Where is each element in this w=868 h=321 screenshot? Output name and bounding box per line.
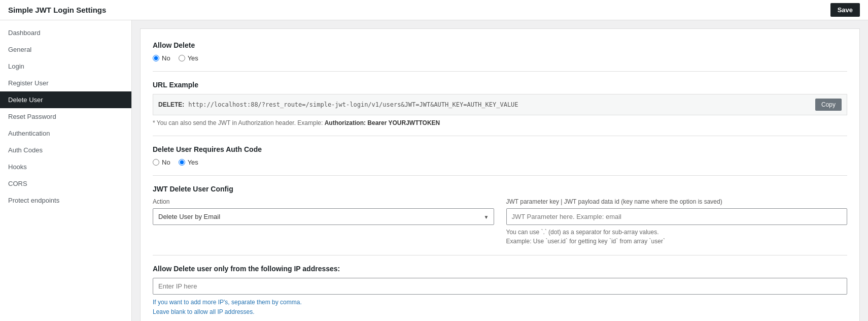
content-card: Allow Delete No Yes URL Example bbox=[140, 28, 860, 321]
requires-auth-yes-radio[interactable] bbox=[179, 159, 185, 166]
url-note-prefix: * You can also send the JWT in Authoriza… bbox=[153, 119, 323, 126]
copy-button[interactable]: Copy bbox=[815, 99, 842, 111]
action-field: Action Delete User by Email Delete User … bbox=[153, 198, 494, 225]
sidebar-item-delete-user[interactable]: Delete User bbox=[0, 91, 131, 108]
jwt-config-section: JWT Delete User Config Action Delete Use… bbox=[153, 185, 847, 246]
param-hint-line2: Example: Use `user.id` for getting key `… bbox=[506, 238, 665, 245]
url-example-title: URL Example bbox=[153, 81, 847, 89]
allow-delete-title: Allow Delete bbox=[153, 41, 847, 49]
allow-delete-no-text: No bbox=[162, 54, 170, 62]
sidebar-item-general[interactable]: General bbox=[0, 41, 131, 58]
divider-4 bbox=[153, 255, 847, 255]
sidebar-item-login[interactable]: Login bbox=[0, 58, 131, 75]
divider-1 bbox=[153, 71, 847, 72]
ip-hint-line1: If you want to add more IP's, separate t… bbox=[153, 299, 302, 306]
allow-delete-yes-radio[interactable] bbox=[179, 55, 185, 61]
ip-hint-line2: Leave blank to allow all IP addresses. bbox=[153, 308, 255, 315]
sidebar-item-reset-password[interactable]: Reset Password bbox=[0, 108, 131, 125]
allow-delete-section: Allow Delete No Yes bbox=[153, 41, 847, 62]
sidebar-item-dashboard[interactable]: Dashboard bbox=[0, 24, 131, 41]
ip-input[interactable] bbox=[153, 278, 847, 295]
param-hint: You can use `.` (dot) as a separator for… bbox=[506, 228, 848, 246]
url-box: DELETE: http://localhost:88/?rest_route=… bbox=[153, 94, 847, 115]
requires-auth-no-radio[interactable] bbox=[153, 159, 159, 166]
requires-auth-section: Delete User Requires Auth Code No Yes bbox=[153, 145, 847, 166]
allow-delete-no-radio[interactable] bbox=[153, 55, 159, 61]
ip-hint: If you want to add more IP's, separate t… bbox=[153, 298, 847, 317]
requires-auth-radio-group: No Yes bbox=[153, 158, 847, 166]
url-text: http://localhost:88/?rest_route=/simple-… bbox=[188, 101, 811, 108]
action-label: Action bbox=[153, 198, 494, 205]
app-header: Simple JWT Login Settings Save bbox=[0, 0, 868, 20]
url-method: DELETE: bbox=[158, 101, 184, 108]
url-note-code: Authorization: Bearer YOURJWTTOKEN bbox=[325, 119, 440, 126]
url-note: * You can also send the JWT in Authoriza… bbox=[153, 119, 847, 126]
sidebar: DashboardGeneralLoginRegister UserDelete… bbox=[0, 20, 132, 321]
save-button[interactable]: Save bbox=[830, 3, 860, 17]
sidebar-item-protect-endpoints[interactable]: Protect endpoints bbox=[0, 192, 131, 209]
allow-delete-yes-text: Yes bbox=[188, 54, 198, 62]
sidebar-item-cors[interactable]: CORS bbox=[0, 175, 131, 192]
action-select[interactable]: Delete User by Email Delete User by ID bbox=[153, 208, 494, 225]
sidebar-item-authentication[interactable]: Authentication bbox=[0, 125, 131, 142]
allow-delete-yes-label[interactable]: Yes bbox=[179, 54, 198, 62]
action-select-wrapper: Delete User by Email Delete User by ID ▼ bbox=[153, 208, 494, 225]
requires-auth-yes-text: Yes bbox=[188, 158, 198, 166]
divider-3 bbox=[153, 175, 847, 176]
main-content: Allow Delete No Yes URL Example bbox=[132, 20, 868, 321]
param-hint-line1: You can use `.` (dot) as a separator for… bbox=[506, 229, 659, 236]
param-input[interactable] bbox=[506, 208, 848, 225]
ip-addresses-section: Allow Delete user only from the followin… bbox=[153, 265, 847, 317]
url-example-section: URL Example DELETE: http://localhost:88/… bbox=[153, 81, 847, 126]
divider-2 bbox=[153, 136, 847, 136]
requires-auth-no-label[interactable]: No bbox=[153, 158, 170, 166]
ip-title: Allow Delete user only from the followin… bbox=[153, 265, 847, 273]
requires-auth-yes-label[interactable]: Yes bbox=[179, 158, 198, 166]
sidebar-item-hooks[interactable]: Hooks bbox=[0, 158, 131, 175]
allow-delete-radio-group: No Yes bbox=[153, 54, 847, 62]
sidebar-item-auth-codes[interactable]: Auth Codes bbox=[0, 142, 131, 158]
requires-auth-title: Delete User Requires Auth Code bbox=[153, 145, 847, 153]
allow-delete-no-label[interactable]: No bbox=[153, 54, 170, 62]
jwt-config-title: JWT Delete User Config bbox=[153, 185, 847, 193]
app-title: Simple JWT Login Settings bbox=[8, 6, 106, 14]
sidebar-item-register-user[interactable]: Register User bbox=[0, 75, 131, 91]
param-field: JWT parameter key | JWT payload data id … bbox=[506, 198, 848, 246]
requires-auth-no-text: No bbox=[162, 158, 170, 166]
param-label: JWT parameter key | JWT payload data id … bbox=[506, 198, 848, 205]
jwt-config-grid: Action Delete User by Email Delete User … bbox=[153, 198, 847, 246]
